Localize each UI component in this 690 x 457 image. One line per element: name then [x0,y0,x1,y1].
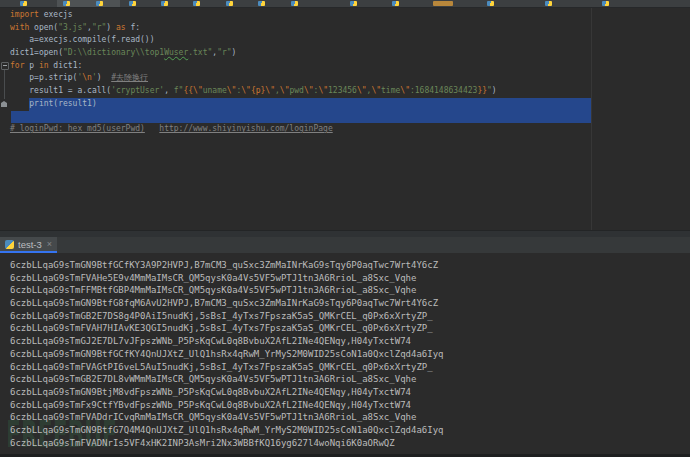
code-line: result1 = a.call('cryptUser', f"{{\"unam… [10,85,690,98]
console-tab-test-3[interactable]: test-3 × [0,237,57,253]
python-file-icon[interactable] [602,1,609,6]
code-line: print(result1) [10,98,690,111]
code-line: import execjs [10,9,690,22]
code-line [10,111,690,124]
console-line: 6czbLLqaG9sTmGB2E7DL8vWMmMaIMsCR_QM5qysK… [10,373,690,386]
console-line: 6czbLLqaG9sTmGN9BtfG8fqM6AvU2HVPJ,B7mCM3… [10,297,690,310]
python-file-icon[interactable] [350,1,357,6]
code-line: a=execjs.compile(f.read()) [10,34,690,47]
editor-tabs-strip[interactable] [0,0,690,8]
fold-guide-line [4,70,5,99]
close-icon[interactable]: × [47,239,52,249]
python-file-icon[interactable] [487,1,494,6]
fold-collapse-icon[interactable] [1,62,9,70]
console-line: 6czbLLqaG9sTmFFMBtfGBP4MmMaIMsCR_QM5qysK… [10,284,690,297]
console-output[interactable]: FREEBUF 6czbLLqaG9sTmGN9BtfGCfKY3A9P2HVP… [0,253,690,454]
code-line: with open("3.js","r") as f: [10,22,690,35]
modified-file-icon [433,1,453,6]
code-line: p=p.strip('\n') #去除换行 [10,72,690,85]
code-line: for p in dict1: [10,60,690,73]
python-file-icon[interactable] [63,1,70,6]
code-line: dict1=open("D:\\dictionary\\top1Wuser.tx… [10,47,690,60]
console-line: 6czbLLqaG9sTmGB2E7DS8g4P0AiI5nudKj,5sBsI… [10,310,690,323]
tool-window-tabbar: test-3 × [0,237,690,253]
python-file-icon[interactable] [291,1,298,6]
console-line: 6czbLLqaG9sTmGN9BtfG7Q4M4QnUJXtZ_UlQ1hsR… [10,424,690,437]
python-file-icon[interactable] [193,1,200,6]
console-line: 6czbLLqaG9sTmGN9BtfGCfKY3A9P2HVPJ,B7mCM3… [10,259,690,272]
python-file-icon[interactable] [258,1,265,6]
python-file-icon[interactable] [20,1,27,6]
python-icon [5,240,14,249]
python-file-icon[interactable] [226,1,233,6]
console-line: 6czbLLqaG9sTmGN9BtfGCfKY4QnUJXtZ_UlQ1hsR… [10,348,690,361]
python-file-icon[interactable] [96,1,103,6]
console-line: 6czbLLqaG9sTmFVADNrIs5VF4xHK2INP3AsMri2N… [10,437,690,450]
console-line: 6czbLLqaG9sTmGJ2E7DL7vJFpszWNb_P5PsKqCwL… [10,335,690,348]
console-tab-label: test-3 [18,239,42,250]
ide-window: import execjswith open("3.js","r") as f:… [0,0,690,457]
python-file-icon[interactable] [392,1,399,6]
panel-splitter[interactable] [0,230,690,237]
console-line: 6czbLLqaG9sTmFx9CtfYBvdFpszWNb_P5PsKqCwL… [10,399,690,412]
code-editor[interactable]: import execjswith open("3.js","r") as f:… [0,8,690,230]
code-area[interactable]: import execjswith open("3.js","r") as f:… [0,9,690,136]
python-file-icon[interactable] [161,1,168,6]
console-line: 6czbLLqaG9sTmFVAHe5E9v4MmMaIMsCR_QM5qysK… [10,272,690,285]
console-line: 6czbLLqaG9sTmFVAGtPI6veL5AuI5nudKj,5sBsI… [10,361,690,374]
console-line: 6czbLLqaG9sTmFVADdrICvqRmMaIMsCR_QM5qysK… [10,411,690,424]
console-line: 6czbLLqaG9sTmFVAH7HIAvKE3QGI5nudKj,5sBsI… [10,322,690,335]
python-file-icon[interactable] [545,1,552,6]
console-line: 6czbLLqaG9sTmGN9BtjM8vdFpszWNb_P5PsKqCwL… [10,386,690,399]
code-line: # loginPwd: hex_md5(userPwd) http://www.… [10,123,690,136]
python-file-icon[interactable] [129,1,136,6]
